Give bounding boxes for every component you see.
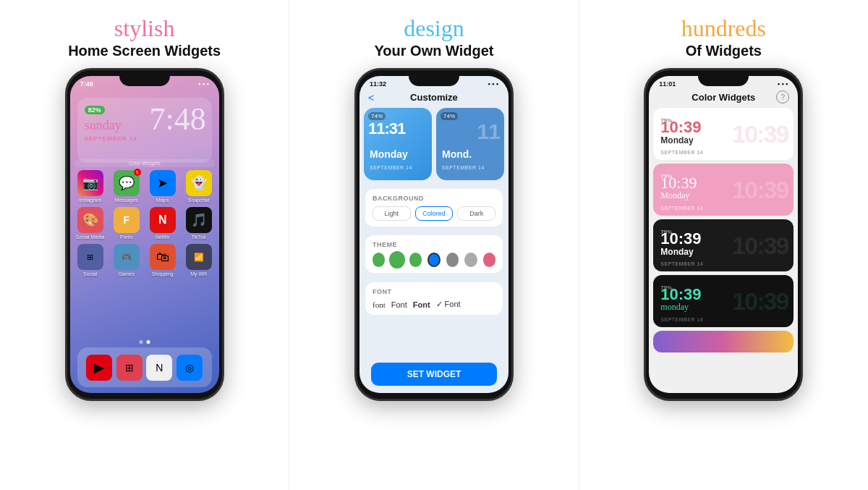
home-screen: 7:48 ▪ ▪ ▪ 82% 7:48 sunday SEPTEMBER 13 …	[70, 76, 219, 393]
shopping-icon: 🛍	[150, 244, 176, 270]
theme-dot-gray2[interactable]	[464, 253, 477, 267]
widget-card-2: 74% 11 Mond. SEPTEMBER 14	[436, 108, 504, 180]
panel1-heading: stylish Home Screen Widgets	[68, 14, 221, 59]
fonts-label: Fonts	[120, 235, 133, 240]
panel3-bold: Of Widgets	[681, 42, 766, 59]
app-snapchat: 👻 Snapchat	[183, 170, 215, 203]
snapchat-icon: 👻	[186, 170, 212, 196]
background-section: BACKGROUND Light Colored Dark	[365, 189, 503, 227]
app-grid: 📷 Instagram 💬 5 Messages ➤ Maps	[75, 170, 215, 276]
theme-dot-green3[interactable]	[409, 253, 422, 267]
w4-day: monday	[660, 302, 689, 313]
panel-hundreds: hundreds Of Widgets 11:01 ▪ ▪ ▪ Color Wi…	[579, 0, 868, 490]
panel-stylish: stylish Home Screen Widgets 7:48 ▪ ▪ ▪ 8…	[0, 0, 289, 490]
app-socialmedia: 🎨 Social Media	[75, 207, 106, 240]
widget1-day: Monday	[370, 148, 408, 160]
app-instagram: 📷 Instagram	[75, 170, 106, 203]
dock-app2: ⊞	[116, 355, 142, 381]
instagram-icon: 📷	[77, 170, 103, 196]
w3-time-bg: 10:39	[732, 232, 788, 260]
panel3-cursive: hundreds	[681, 14, 766, 42]
widget2-time-bg: 11	[477, 119, 500, 144]
shopping-label: Shopping	[152, 271, 174, 276]
color-widgets-screen: 11:01 ▪ ▪ ▪ Color Widgets ? 79% 10:39 10…	[649, 76, 798, 393]
social-label: Social	[83, 271, 97, 276]
bg-colored[interactable]: Colored	[415, 206, 454, 221]
time-large: 7:48	[149, 104, 205, 135]
phone-notch-2	[409, 70, 459, 86]
messages-icon: 💬 5	[114, 170, 140, 196]
panel2-heading: design Your Own Widget	[374, 14, 493, 59]
customize-screen: 11:32 ▪ ▪ ▪ < Customize 74% 11:31 Monday…	[359, 76, 509, 393]
phone-screen-3: 11:01 ▪ ▪ ▪ Color Widgets ? 79% 10:39 10…	[649, 76, 798, 393]
w3-day: Monday	[660, 247, 693, 257]
app-mywifi: 📶 My Wifi	[183, 244, 215, 276]
messages-label: Messages	[115, 198, 138, 203]
w3-time: 10:39	[660, 229, 701, 248]
app-maps: ➤ Maps	[147, 170, 179, 203]
games-icon: 🎮	[114, 244, 140, 270]
widget-item-1: 79% 10:39 10:39 Monday SEPTEMBER 14	[653, 108, 793, 160]
widget-item-3: 79% 10:39 10:39 Monday SEPTEMBER 14	[653, 219, 793, 271]
widget2-date: SEPTEMBER 14	[442, 165, 485, 170]
theme-dot-blue[interactable]	[427, 253, 440, 267]
bg-light[interactable]: Light	[373, 206, 411, 221]
socialmedia-label: Social Media	[76, 235, 105, 240]
theme-dot-gray1[interactable]	[446, 253, 459, 267]
app-social: ⊞ Social	[75, 244, 106, 276]
theme-dot-pink[interactable]	[483, 253, 495, 267]
font-section-title: FONT	[373, 288, 495, 295]
day-text: sunday	[85, 118, 122, 133]
widget1-time: 11:31	[368, 119, 405, 138]
phone-screen-1: 7:48 ▪ ▪ ▪ 82% 7:48 sunday SEPTEMBER 13 …	[70, 76, 219, 393]
status-icons-2: ▪ ▪ ▪	[488, 80, 498, 88]
time-widget: 82% 7:48 sunday SEPTEMBER 13	[77, 98, 212, 163]
app-shopping: 🛍 Shopping	[147, 244, 179, 276]
widget2-battery: 74%	[441, 112, 458, 120]
panel1-bold: Home Screen Widgets	[68, 42, 221, 59]
set-widget-button[interactable]: SET WIDGET	[371, 363, 497, 386]
app-tiktok: 🎵 TikTok	[183, 207, 215, 240]
font-section: FONT font Font Font ✓ Font	[365, 282, 503, 315]
bg-section-title: BACKGROUND	[373, 195, 495, 202]
status-icons-1: ▪ ▪ ▪	[198, 80, 209, 88]
w2-day: Monday	[660, 190, 689, 201]
app-games: 🎮 Games	[111, 244, 142, 276]
dock-safari: ◎	[176, 355, 203, 381]
games-label: Games	[118, 271, 135, 276]
widgets-preview: 74% 11:31 Monday SEPTEMBER 14 74% 11 Mon…	[364, 108, 504, 180]
status-time-1: 7:48	[80, 80, 93, 88]
widget-card-1: 74% 11:31 Monday SEPTEMBER 14	[364, 108, 432, 180]
w2-time-bg: 10:39	[732, 176, 788, 204]
netflix-icon: N	[150, 207, 176, 233]
font-opt-3[interactable]: Font	[413, 300, 430, 309]
dot-2	[146, 340, 150, 344]
w1-time-bg: 10:39	[732, 120, 788, 148]
app-netflix: N Netflix	[147, 207, 179, 240]
panel2-bold: Your Own Widget	[374, 42, 493, 59]
w2-date: SEPTEMBER 14	[660, 206, 703, 211]
theme-dot-green1[interactable]	[373, 253, 385, 267]
w3-date: SEPTEMBER 14	[660, 261, 703, 266]
bg-dark[interactable]: Dark	[457, 206, 495, 221]
w1-day: Monday	[660, 135, 693, 145]
font-opt-1[interactable]: font	[373, 300, 386, 309]
font-opt-2[interactable]: Font	[391, 300, 407, 309]
tiktok-icon: 🎵	[186, 207, 212, 233]
social-icon: ⊞	[77, 244, 103, 270]
phone-frame-2: 11:32 ▪ ▪ ▪ < Customize 74% 11:31 Monday…	[354, 68, 514, 401]
customize-header: Customize	[359, 92, 509, 103]
theme-section-title: THEME	[373, 241, 495, 248]
maps-icon: ➤	[150, 170, 176, 196]
widget-list: 79% 10:39 10:39 Monday SEPTEMBER 14 79% …	[653, 108, 793, 352]
netflix-label: Netflix	[156, 235, 169, 240]
dock-notion: N	[146, 355, 172, 381]
font-options: font Font Font ✓ Font	[373, 300, 495, 309]
bg-options: Light Colored Dark	[373, 206, 495, 221]
font-opt-4[interactable]: ✓ Font	[436, 300, 461, 309]
status-time-2: 11:32	[370, 80, 386, 88]
widget2-day: Mond.	[442, 148, 472, 160]
theme-dot-green2[interactable]	[391, 253, 403, 267]
app-fonts: F Fonts	[111, 207, 142, 240]
date-text: SEPTEMBER 13	[85, 135, 137, 142]
